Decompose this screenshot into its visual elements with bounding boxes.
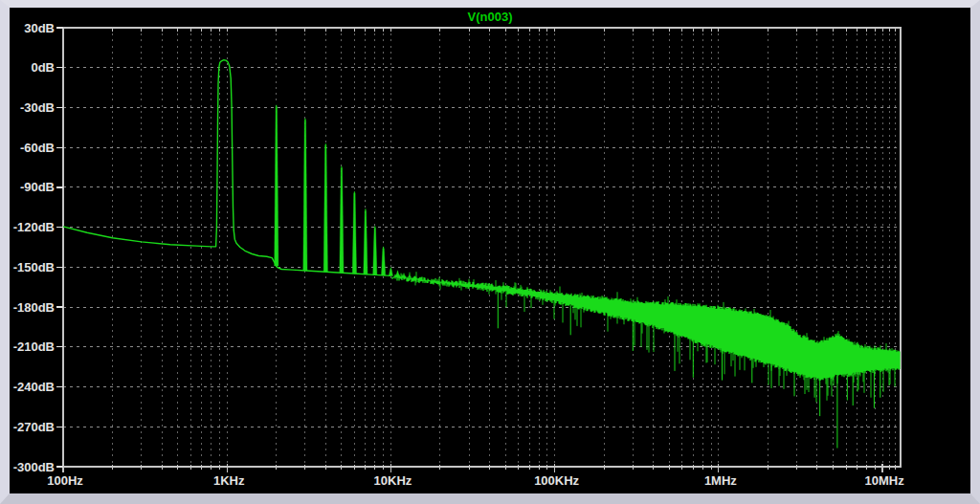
harmonic-spike <box>303 119 307 271</box>
y-axis-label: -210dB <box>13 340 55 354</box>
y-axis-label: -30dB <box>20 100 55 115</box>
harmonic-spike <box>373 226 377 274</box>
y-axis-label: -120dB <box>13 220 55 234</box>
harmonic-spike <box>395 271 399 276</box>
x-axis-label: 10KHz <box>374 473 412 488</box>
x-axis-label: 10MHz <box>864 473 904 488</box>
grid-layer <box>63 28 901 467</box>
y-axis-label: -240dB <box>13 380 55 394</box>
fft-plot-canvas[interactable]: 30dB0dB-30dB-60dB-90dB-120dB-150dB-180dB… <box>10 8 970 493</box>
harmonic-spike <box>352 191 356 274</box>
y-axis-label: -180dB <box>13 300 55 315</box>
x-axis-label: 100KHz <box>534 473 579 488</box>
y-axis-label: -300dB <box>13 460 55 474</box>
y-axis-label: 30dB <box>24 21 55 35</box>
harmonic-spike <box>382 247 386 275</box>
harmonic-spike <box>340 166 344 274</box>
harmonic-spike <box>389 267 392 275</box>
axis-labels: 30dB0dB-30dB-60dB-90dB-120dB-150dB-180dB… <box>13 21 905 489</box>
axis-frame <box>56 28 901 472</box>
harmonic-spike <box>408 274 412 277</box>
y-axis-label: -60dB <box>20 141 55 155</box>
waveform-viewer-window: V(n003) 30dB0dB-30dB-60dB-90dB-120dB-150… <box>0 0 980 504</box>
fft-trace[interactable] <box>63 60 900 449</box>
harmonic-spike <box>275 105 278 266</box>
noise-band <box>392 274 900 381</box>
x-axis-label: 100Hz <box>47 473 83 488</box>
x-axis-label: 1MHz <box>704 473 737 488</box>
y-axis-label: -270dB <box>13 420 55 434</box>
y-axis-label: 0dB <box>31 60 55 75</box>
harmonic-spike <box>364 208 368 274</box>
y-axis-label: -150dB <box>13 260 55 274</box>
y-axis-label: -90dB <box>20 180 55 194</box>
harmonic-spike <box>323 143 327 272</box>
x-axis-label: 1KHz <box>213 473 245 488</box>
